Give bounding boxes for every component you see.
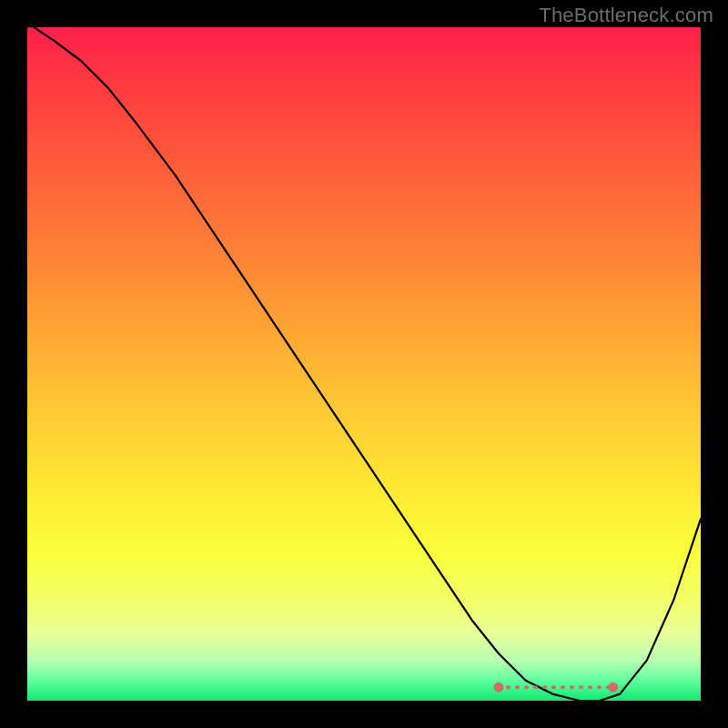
watermark-text: TheBottleneck.com [539, 4, 713, 27]
optimal-range-start-dot [494, 682, 503, 692]
bottleneck-curve [34, 27, 701, 701]
optimal-range-end-dot [609, 682, 618, 692]
chart-plot-area [27, 27, 701, 701]
chart-svg [27, 27, 701, 701]
